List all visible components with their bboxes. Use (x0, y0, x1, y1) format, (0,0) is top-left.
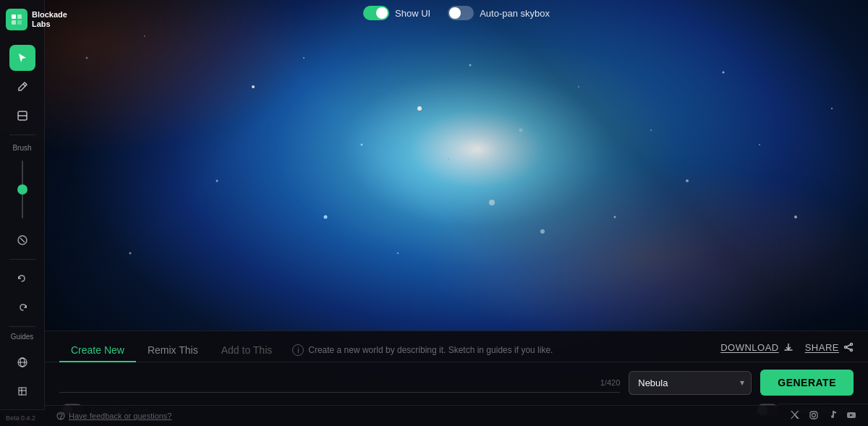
svg-rect-26 (17, 20, 22, 25)
svg-point-51 (816, 412, 817, 413)
social-icons-bar (778, 404, 868, 426)
divider-1 (9, 135, 35, 135)
hint-text: Create a new world by describing it. Ske… (308, 345, 553, 355)
twitter-icon[interactable] (790, 410, 800, 420)
pencil-tool-btn[interactable] (9, 74, 35, 100)
guides-label: Guides (11, 333, 34, 341)
style-select[interactable]: Nebula Fantasy Landscape Anime Art Style… (629, 371, 752, 395)
svg-point-44 (845, 346, 847, 349)
brush-label: Brush (12, 144, 31, 152)
autopan-toggle[interactable] (448, 6, 474, 20)
download-label: DOWNLOAD (720, 342, 779, 353)
logo-icon (6, 9, 27, 30)
brush-slider-container (22, 155, 23, 224)
share-label: SHARE (805, 342, 839, 353)
show-ui-label: Show UI (395, 8, 430, 19)
share-link[interactable]: SHARE (805, 342, 854, 353)
char-count: 1/420 (600, 378, 621, 387)
feedback-icon (56, 412, 65, 420)
autopan-label: Auto-pan skybox (480, 8, 550, 19)
add-to-this-tab[interactable]: Add to This (210, 338, 284, 362)
cursor-tool-btn[interactable] (9, 45, 35, 71)
svg-line-46 (846, 348, 850, 349)
svg-point-42 (851, 344, 853, 346)
prompt-input-wrapper: 1/420 (59, 373, 620, 393)
feedback-link[interactable]: Have feedback or questions? (56, 412, 171, 420)
hint-icon: i (292, 344, 304, 356)
globe-guide-btn[interactable] (9, 349, 35, 375)
svg-point-43 (851, 349, 853, 352)
show-ui-toggle[interactable] (363, 6, 389, 20)
svg-rect-23 (12, 14, 16, 19)
svg-line-45 (846, 345, 850, 346)
sidebar-tools: Brush Guides (0, 39, 44, 426)
feedback-bar: Have feedback or questions? (45, 405, 796, 426)
feedback-text: Have feedback or questions? (69, 412, 171, 420)
svg-rect-25 (12, 20, 16, 25)
download-icon (783, 342, 793, 352)
autopan-toggle-item[interactable]: Auto-pan skybox (448, 6, 550, 20)
style-select-wrapper: Nebula Fantasy Landscape Anime Art Style… (629, 371, 752, 395)
box-guide-btn[interactable] (9, 378, 35, 404)
show-ui-toggle-item[interactable]: Show UI (363, 6, 430, 20)
svg-point-50 (812, 414, 816, 417)
logo-area: Blockade Labs (0, 0, 44, 39)
undo-btn[interactable] (9, 265, 35, 291)
svg-rect-24 (17, 14, 22, 19)
tiktok-icon[interactable] (827, 410, 838, 420)
youtube-icon[interactable] (846, 410, 856, 420)
redo-btn[interactable] (9, 294, 35, 320)
brush-slider-thumb[interactable] (17, 184, 27, 195)
cancel-draw-btn[interactable] (9, 227, 35, 253)
tab-hint: i Create a new world by describing it. S… (292, 344, 553, 356)
prompt-input[interactable] (59, 373, 620, 393)
create-new-tab[interactable]: Create New (59, 338, 136, 362)
generate-button[interactable]: GENERATE (760, 370, 854, 396)
divider-2 (9, 259, 35, 260)
remix-this-tab[interactable]: Remix This (136, 338, 210, 362)
show-ui-knob (376, 7, 388, 19)
share-icon (843, 342, 854, 352)
svg-point-48 (61, 418, 61, 419)
download-link[interactable]: DOWNLOAD (720, 342, 793, 353)
eraser-tool-btn[interactable] (9, 103, 35, 129)
left-sidebar: Blockade Labs Brush (0, 0, 45, 426)
tab-actions: DOWNLOAD SHARE (720, 342, 854, 359)
brush-slider-track[interactable] (22, 161, 23, 218)
version-label: Beta 0.4.2 (6, 414, 35, 422)
topbar: Show UI Auto-pan skybox (45, 0, 868, 26)
autopan-knob (449, 7, 461, 19)
tabs-row: Create New Remix This Add to This i Crea… (45, 331, 868, 362)
input-area: 1/420 Nebula Fantasy Landscape Anime Art… (45, 362, 868, 403)
footer-version-area: Beta 0.4.2 (0, 409, 45, 426)
divider-3 (9, 326, 35, 327)
svg-rect-34 (19, 388, 26, 395)
instagram-icon[interactable] (809, 410, 819, 420)
svg-line-30 (20, 238, 25, 242)
